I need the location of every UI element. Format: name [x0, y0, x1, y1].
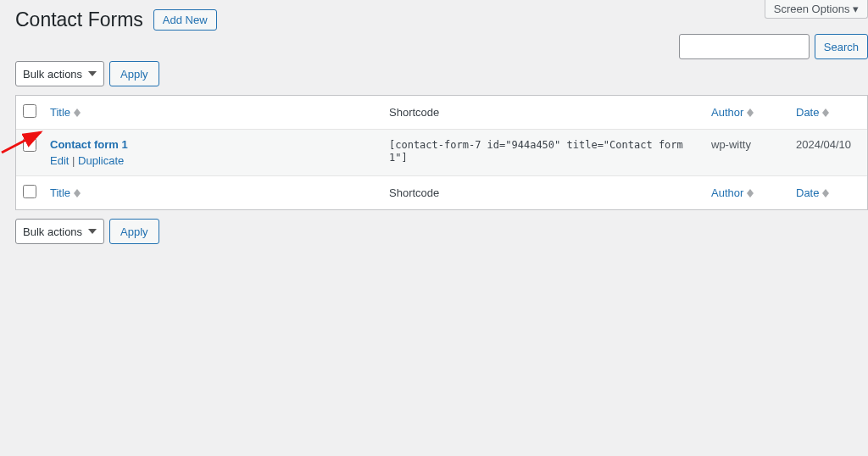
- sort-icon: [822, 189, 829, 197]
- column-header-title[interactable]: Title: [50, 106, 81, 119]
- shortcode-value[interactable]: [contact-form-7 id="944a450" title="Cont…: [389, 139, 683, 164]
- sort-icon: [74, 108, 81, 117]
- row-checkbox[interactable]: [23, 138, 36, 152]
- column-footer-shortcode: Shortcode: [389, 186, 439, 199]
- form-title-link[interactable]: Contact form 1: [50, 138, 128, 151]
- column-author-label: Author: [711, 186, 743, 199]
- edit-link[interactable]: Edit: [50, 154, 69, 167]
- column-title-label: Title: [50, 186, 70, 199]
- sort-icon: [747, 108, 754, 117]
- author-value: wp-witty: [711, 138, 751, 151]
- sort-icon: [74, 189, 81, 197]
- search-button[interactable]: Search: [815, 34, 868, 59]
- date-value: 2024/04/10: [796, 138, 851, 151]
- duplicate-link[interactable]: Duplicate: [78, 154, 124, 167]
- screen-options-button[interactable]: Screen Options ▾: [765, 0, 868, 19]
- search-input[interactable]: [679, 34, 810, 59]
- bulk-actions-select-top[interactable]: Bulk actions: [15, 61, 104, 86]
- column-footer-date[interactable]: Date: [796, 186, 829, 199]
- column-header-shortcode: Shortcode: [389, 106, 439, 119]
- column-footer-author[interactable]: Author: [711, 186, 754, 199]
- column-header-author[interactable]: Author: [711, 106, 754, 119]
- column-date-label: Date: [796, 186, 819, 199]
- column-title-label: Title: [50, 106, 70, 119]
- page-title: Contact Forms: [15, 8, 143, 31]
- column-footer-title[interactable]: Title: [50, 186, 81, 199]
- column-author-label: Author: [711, 106, 743, 119]
- column-header-date[interactable]: Date: [796, 106, 829, 119]
- table-row: Contact form 1 Edit | Duplicate [contact…: [16, 130, 867, 175]
- bulk-apply-button-top[interactable]: Apply: [109, 61, 159, 86]
- sort-icon: [822, 108, 829, 117]
- column-date-label: Date: [796, 106, 819, 119]
- forms-table: Title Shortcode Author: [15, 95, 868, 210]
- add-new-button[interactable]: Add New: [153, 9, 217, 31]
- bulk-actions-select-bottom[interactable]: Bulk actions: [15, 219, 104, 244]
- sort-icon: [747, 189, 754, 197]
- action-separator: |: [72, 154, 78, 167]
- bulk-apply-button-bottom[interactable]: Apply: [109, 219, 159, 244]
- select-all-checkbox-bottom[interactable]: [23, 185, 36, 198]
- select-all-checkbox-top[interactable]: [23, 104, 36, 118]
